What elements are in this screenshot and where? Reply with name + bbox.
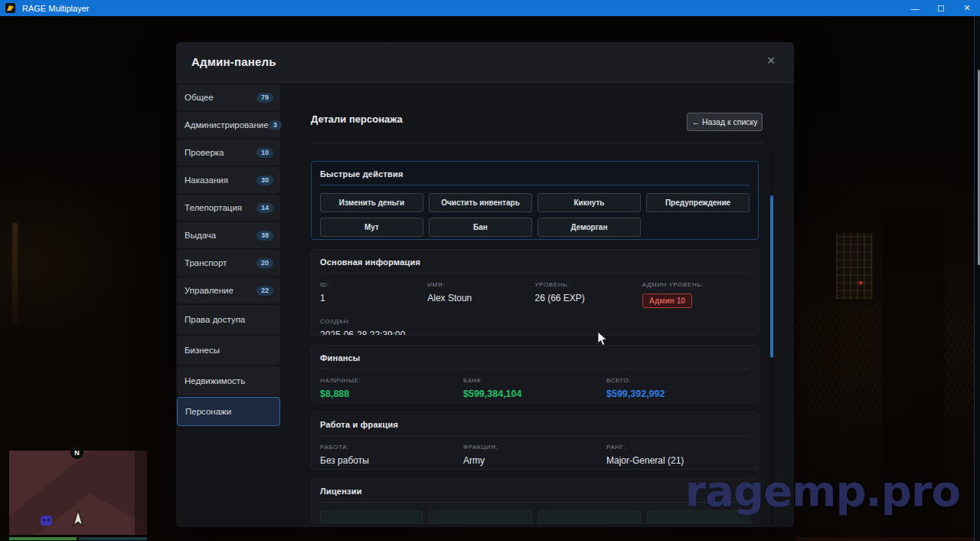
- sidebar-item-label: Проверка: [185, 148, 224, 157]
- field-created: СОЗДАН: 2025-06-28 22:39:00: [320, 318, 750, 336]
- cash-value: $8,888: [320, 389, 463, 399]
- sidebar-item-label: Телепортация: [185, 203, 242, 212]
- total-value: $599,392,992: [606, 389, 750, 399]
- sidebar-item-real-estate[interactable]: Недвижимость: [177, 366, 280, 395]
- field-total: ВСЕГО: $599,392,992: [606, 377, 750, 399]
- ban-button[interactable]: Бан: [429, 218, 532, 237]
- sidebar-item-badge: 3: [269, 120, 282, 130]
- sidebar-item-label: Общее: [185, 93, 214, 102]
- sidebar-item-punishments[interactable]: Наказания 30: [177, 167, 280, 193]
- field-value: 1: [320, 293, 427, 303]
- sidebar-item-label: Выдача: [185, 231, 216, 240]
- clear-inventory-button[interactable]: Очистить инвентарь: [429, 193, 532, 212]
- divider: [320, 273, 750, 274]
- field-value: Army: [463, 455, 606, 466]
- sidebar-item-general[interactable]: Общее 79: [177, 84, 280, 110]
- divider: [311, 143, 763, 143]
- change-money-button[interactable]: Изменить деньги: [320, 193, 423, 212]
- sidebar-item-label: Бизнесы: [185, 346, 220, 355]
- sidebar-item-label: Права доступа: [185, 315, 245, 324]
- content-scrollbar-thumb[interactable]: [770, 195, 773, 358]
- field-label: СОЗДАН:: [320, 318, 750, 325]
- ground-glow: [796, 537, 980, 541]
- window-title: RAGE Multiplayer: [22, 4, 89, 13]
- basic-info-panel: Основная информация ID: 1 ИМЯ: Alex Stou…: [311, 249, 759, 336]
- license-chip: [429, 510, 531, 524]
- field-admin-level: АДМИН УРОВЕНЬ: Админ 10: [642, 281, 750, 308]
- close-window-button[interactable]: ✕: [954, 0, 980, 16]
- field-label: ID:: [320, 281, 427, 288]
- player-arrow-icon: [72, 510, 84, 528]
- sidebar-item-badge: 14: [256, 203, 273, 213]
- kick-button[interactable]: Кикнуть: [537, 193, 641, 212]
- mask-shop-blip-icon: [41, 516, 52, 526]
- field-label: БАНК:: [463, 377, 606, 384]
- section-title: Основная информация: [320, 257, 750, 267]
- field-label: НАЛИЧНЫЕ:: [320, 377, 463, 384]
- field-job: РАБОТА: Без работы: [320, 444, 463, 466]
- minimize-button[interactable]: —: [902, 0, 928, 16]
- field-label: АДМИН УРОВЕНЬ:: [642, 281, 750, 288]
- sidebar-item-badge: 22: [256, 286, 273, 296]
- back-to-list-button[interactable]: ← Назад к списку: [687, 113, 763, 131]
- rage-logo-icon: [5, 3, 15, 13]
- sidebar-item-management[interactable]: Управление 22: [177, 277, 280, 303]
- field-value: Без работы: [320, 455, 463, 466]
- field-rank: РАНГ: Major-General (21): [606, 444, 750, 466]
- sidebar-item-badge: 79: [256, 93, 273, 103]
- tower-red-light: [859, 281, 862, 284]
- sidebar-item-characters[interactable]: Персонажи: [177, 397, 280, 426]
- modal-title: Админ-панель: [191, 55, 276, 68]
- sidebar-item-label: Транспорт: [185, 258, 227, 267]
- sidebar-item-badge: 30: [256, 175, 273, 185]
- field-label: ИМЯ:: [427, 281, 534, 288]
- sidebar-item-permissions[interactable]: Права доступа: [177, 305, 280, 334]
- field-value: 26 (66 EXP): [535, 293, 642, 303]
- mute-button[interactable]: Мут: [320, 218, 423, 237]
- field-label: ФРАКЦИЯ:: [463, 444, 606, 451]
- divider: [320, 435, 750, 436]
- warn-button[interactable]: Предупреждение: [646, 193, 750, 212]
- field-cash: НАЛИЧНЫЕ: $8,888: [320, 377, 463, 399]
- field-id: ID: 1: [320, 281, 427, 308]
- watermark: ragemp.pro: [685, 466, 960, 516]
- finance-panel: Финансы НАЛИЧНЫЕ: $8,888 БАНК: $599,384,…: [311, 345, 759, 403]
- field-value: Alex Stoun: [427, 293, 534, 303]
- sidebar-item-label: Управление: [185, 286, 234, 295]
- sidebar-item-giving[interactable]: Выдача 38: [177, 222, 280, 248]
- section-title: Финансы: [320, 353, 750, 362]
- maximize-button[interactable]: [928, 0, 954, 16]
- field-label: ВСЕГО:: [606, 377, 750, 384]
- admin-level-badge: Админ 10: [642, 293, 692, 308]
- field-faction: ФРАКЦИЯ: Army: [463, 444, 606, 466]
- close-modal-icon[interactable]: ✕: [766, 54, 776, 67]
- mouse-cursor: [597, 331, 608, 346]
- sidebar-item-transport[interactable]: Транспорт 20: [177, 250, 280, 276]
- sidebar-item-teleportation[interactable]: Телепортация 14: [177, 195, 280, 221]
- divider: [320, 369, 750, 369]
- field-value: 2025-06-28 22:39:00: [320, 330, 750, 336]
- sidebar-item-businesses[interactable]: Бизнесы: [177, 336, 280, 365]
- demorgan-button[interactable]: Деморган: [537, 218, 641, 237]
- section-title: Быстрые действия: [320, 169, 750, 179]
- window-titlebar: RAGE Multiplayer — ✕: [0, 0, 980, 16]
- field-label: РАНГ:: [606, 444, 750, 451]
- armor-bar: [79, 537, 147, 540]
- sidebar-item-administration[interactable]: Администрирование 3: [177, 112, 280, 138]
- minimap-shadow: [135, 451, 147, 535]
- sidebar-item-label: Недвижимость: [185, 376, 245, 385]
- sidebar-item-badge: 20: [256, 258, 273, 268]
- maximize-icon: [938, 5, 944, 11]
- street-lamp: [12, 223, 18, 326]
- field-level: УРОВЕНЬ: 26 (66 EXP): [535, 281, 642, 308]
- compass-north-icon: N: [70, 446, 83, 459]
- quick-actions-panel: Быстрые действия Изменить деньги Очистит…: [311, 161, 759, 240]
- job-faction-panel: Работа и фракция РАБОТА: Без работы ФРАК…: [311, 411, 759, 470]
- window-scrollbar[interactable]: [974, 16, 980, 541]
- building-tower: [836, 233, 873, 299]
- field-value: Major-General (21): [606, 455, 750, 466]
- sidebar-item-checks[interactable]: Проверка 10: [177, 139, 280, 166]
- sidebar-item-badge: 38: [256, 231, 273, 241]
- section-title: Работа и фракция: [320, 420, 750, 429]
- field-bank: БАНК: $599,384,104: [463, 377, 606, 399]
